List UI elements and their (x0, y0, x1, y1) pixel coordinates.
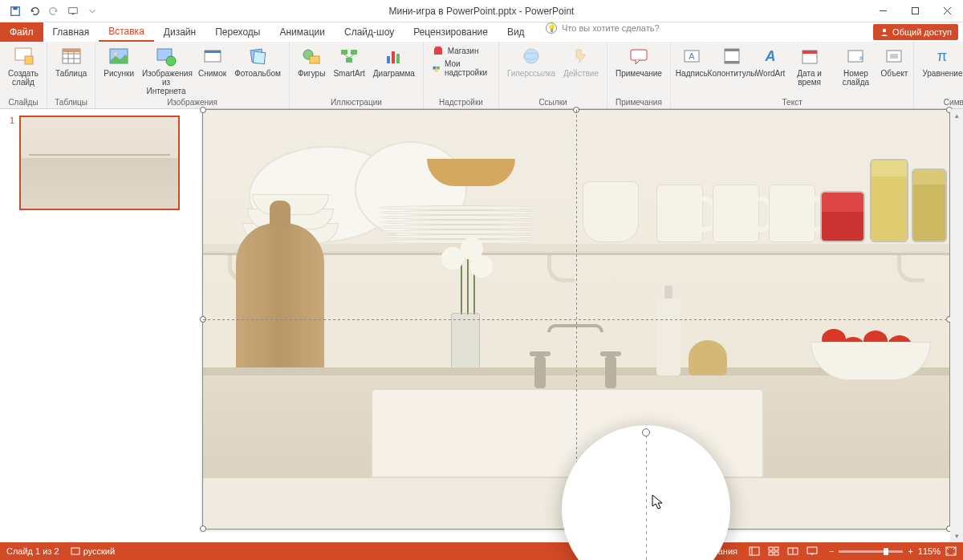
svg-rect-31 (396, 54, 400, 63)
language-indicator[interactable]: русский (71, 546, 115, 556)
resize-handle[interactable] (200, 526, 206, 532)
slide-counter[interactable]: Слайд 1 из 2 (6, 546, 59, 556)
store-button[interactable]: Магазин (429, 43, 494, 58)
slide-number-button[interactable]: # Номер слайда (834, 43, 879, 88)
zoom-out-button[interactable]: − (829, 546, 834, 556)
wordart-button[interactable]: A WordArt (756, 43, 786, 79)
slide-image[interactable] (202, 109, 950, 478)
chart-button[interactable]: Диаграмма (370, 43, 418, 79)
hyperlink-button[interactable]: Гиперссылка (504, 43, 559, 79)
svg-rect-43 (725, 61, 739, 63)
minimize-button[interactable] (867, 0, 899, 22)
svg-rect-64 (769, 552, 773, 555)
tab-review[interactable]: Рецензирование (404, 22, 498, 42)
undo-icon[interactable] (26, 2, 43, 20)
tab-view[interactable]: Вид (498, 22, 534, 42)
object-icon (883, 45, 905, 67)
fit-to-window-icon[interactable] (945, 546, 957, 556)
screenshot-button[interactable]: Снимок (195, 43, 230, 79)
store-icon (432, 44, 445, 57)
pictures-button[interactable]: Рисунки (100, 43, 137, 79)
vertical-scrollbar[interactable]: ▴ ▾ (950, 109, 963, 542)
wordart-icon: A (759, 45, 782, 67)
ribbon-group-addins: Магазин Мои надстройки Надстройки (424, 42, 499, 108)
close-button[interactable] (931, 0, 963, 22)
svg-rect-23 (253, 51, 265, 63)
ribbon-group-slides: Создать слайд Слайды (0, 42, 47, 108)
thumbnail-preview[interactable] (19, 116, 180, 210)
zoom-value[interactable]: 115% (918, 546, 941, 556)
lightbulb-icon: 💡 (546, 22, 557, 34)
maximize-button[interactable] (899, 0, 931, 22)
slide-canvas-area[interactable]: ▴ ▾ (189, 109, 963, 542)
normal-view-button[interactable] (746, 544, 763, 558)
svg-rect-1 (13, 6, 17, 10)
scroll-down-icon[interactable]: ▾ (950, 530, 963, 542)
svg-rect-65 (774, 552, 778, 555)
smartart-icon (338, 45, 360, 67)
zoom-in-button[interactable]: + (908, 546, 912, 556)
tell-me-placeholder: Что вы хотите сделать? (562, 23, 660, 33)
hyperlink-icon (520, 45, 542, 67)
qat-dropdown-icon[interactable] (83, 2, 101, 20)
action-button[interactable]: Действие (560, 43, 602, 79)
svg-point-17 (114, 52, 117, 55)
tab-file[interactable]: Файл (0, 22, 43, 42)
header-footer-icon (721, 45, 743, 67)
scene-decoration (531, 316, 620, 388)
my-addins-button[interactable]: Мои надстройки (429, 59, 494, 78)
svg-rect-35 (435, 69, 438, 72)
sorter-view-button[interactable] (765, 544, 782, 558)
tab-insert[interactable]: Вставка (99, 22, 154, 42)
table-icon (60, 45, 83, 67)
slide-number-icon: # (844, 45, 867, 67)
resize-handle[interactable] (642, 428, 650, 436)
ribbon-group-text: A Надпись Колонтитулы A WordArt Дата и в… (671, 42, 915, 108)
tell-me-search[interactable]: 💡 Что вы хотите сделать? (546, 22, 660, 34)
textbox-icon: A (681, 45, 703, 67)
cursor-icon (652, 494, 664, 510)
svg-rect-4 (912, 8, 918, 14)
svg-rect-38 (631, 50, 647, 60)
scene-decoration (236, 223, 324, 375)
zoom-slider-thumb[interactable] (884, 548, 888, 555)
redo-icon[interactable] (45, 2, 63, 20)
scene-decoration (656, 185, 703, 242)
svg-rect-68 (807, 547, 817, 554)
start-slideshow-icon[interactable] (64, 2, 82, 20)
comment-button[interactable]: Примечание (612, 43, 665, 79)
scroll-up-icon[interactable]: ▴ (950, 109, 963, 122)
addins-icon (432, 62, 441, 75)
tab-slideshow[interactable]: Слайд-шоу (335, 22, 404, 42)
svg-rect-9 (25, 56, 33, 64)
save-icon[interactable] (6, 2, 24, 20)
online-pictures-button[interactable]: Изображения из Интернета (139, 43, 193, 97)
textbox-button[interactable]: A Надпись (676, 43, 708, 79)
table-button[interactable]: Таблица (52, 43, 90, 79)
ribbon-group-illustrations: Фигуры SmartArt Диаграмма Иллюстрации (290, 42, 424, 108)
slide-thumbnails-panel[interactable]: 1 (0, 109, 189, 542)
slideshow-view-button[interactable] (803, 544, 821, 558)
svg-rect-25 (310, 56, 319, 63)
share-button[interactable]: Общий доступ (873, 24, 958, 40)
photo-album-button[interactable]: Фотоальбом (231, 43, 284, 79)
tab-animations[interactable]: Анимации (270, 22, 335, 42)
smartart-button[interactable]: SmartArt (330, 43, 368, 79)
equation-icon: π (931, 45, 953, 67)
tab-transitions[interactable]: Переходы (205, 22, 270, 42)
shapes-icon (300, 45, 323, 67)
shapes-button[interactable]: Фигуры (295, 43, 328, 79)
new-slide-button[interactable]: Создать слайд (5, 43, 42, 88)
svg-rect-32 (434, 49, 442, 55)
object-button[interactable]: Объект (880, 43, 908, 79)
svg-rect-29 (387, 56, 390, 63)
zoom-slider[interactable] (839, 550, 903, 553)
header-footer-button[interactable]: Колонтитулы (709, 43, 754, 79)
tab-home[interactable]: Главная (43, 22, 100, 42)
equation-button[interactable]: π Уравнение (919, 43, 963, 79)
reading-view-button[interactable] (784, 544, 802, 558)
work-area: 1 (0, 109, 963, 542)
thumbnail-item[interactable]: 1 (10, 116, 180, 210)
datetime-button[interactable]: Дата и время (787, 43, 832, 88)
tab-design[interactable]: Дизайн (154, 22, 205, 42)
